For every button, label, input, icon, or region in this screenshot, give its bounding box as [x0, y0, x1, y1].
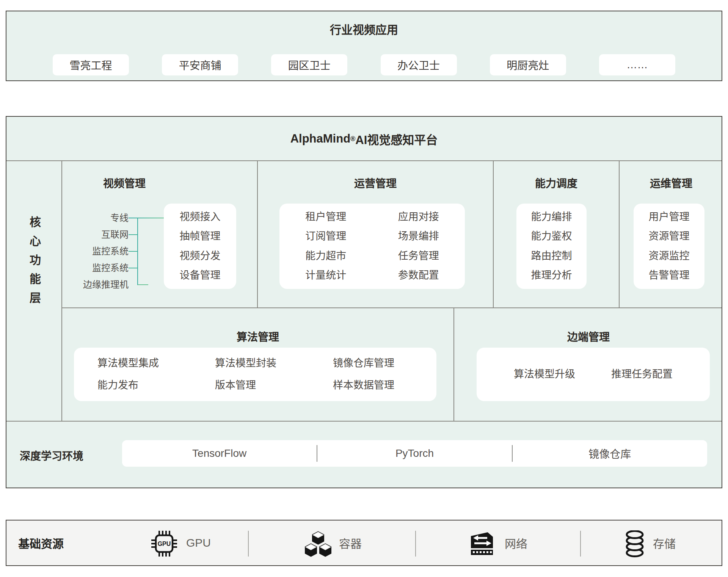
platform-title: AlphaMind® AI视觉感知平台 — [6, 117, 722, 161]
algorithm-col-2: 算法模型封装 版本管理 — [215, 348, 276, 401]
capability-scheduling-title: 能力调度 — [493, 177, 619, 191]
resource-label-storage: 存储 — [653, 521, 676, 565]
divider-row1-row2 — [61, 307, 722, 308]
connector-line — [129, 234, 138, 235]
resource-divider — [248, 531, 249, 557]
algorithm-col-3: 镜像仓库管理 样本数据管理 — [333, 348, 394, 401]
network-switch-icon — [469, 532, 495, 557]
edge-mgmt-card: 算法模型升级 推理任务配置 — [477, 348, 710, 401]
app-chip-ellipsis: …… — [599, 54, 675, 75]
scheduling-item: 能力鉴权 — [531, 230, 572, 243]
architecture-diagram: 行业视频应用 雪亮工程 平安商铺 园区卫士 办公卫士 明厨亮灶 …… Alpha… — [0, 0, 728, 577]
video-source-label: 监控系统 — [72, 246, 129, 257]
video-mgmt-card: 视频接入 抽帧管理 视频分发 设备管理 — [164, 204, 236, 289]
scheduling-item: 路由控制 — [531, 250, 572, 262]
maintenance-item: 资源管理 — [649, 230, 690, 243]
connector-line-stub — [138, 284, 148, 285]
maintenance-item: 用户管理 — [649, 211, 690, 223]
storage-database-icon — [623, 530, 647, 559]
divider-under-title — [6, 160, 722, 161]
platform-brand: AlphaMind — [290, 132, 350, 146]
video-mgmt-title: 视频管理 — [62, 177, 187, 191]
core-layer-label: 核心功能层 — [6, 161, 62, 421]
resource-label-gpu: GPU — [186, 521, 211, 565]
video-item: 视频分发 — [180, 250, 221, 262]
container-cubes-icon — [304, 530, 332, 559]
platform-title-suffix: AI视觉感知平台 — [355, 130, 438, 147]
video-item: 设备管理 — [180, 269, 221, 282]
app-chip-bangong: 办公卫士 — [381, 54, 457, 75]
operations-item: 场景编排 — [398, 230, 439, 243]
divider-row2-dlenv — [6, 421, 722, 422]
ops-maintenance-title: 运维管理 — [619, 177, 723, 191]
edge-mgmt-title: 边端管理 — [454, 330, 723, 345]
operations-col-1: 租户管理 订阅管理 能力超市 计量统计 — [279, 204, 372, 289]
maintenance-item: 资源监控 — [649, 250, 690, 262]
platform-panel: AlphaMind® AI视觉感知平台 核心功能层 视频管理 运营管理 能力调度… — [6, 116, 722, 488]
base-resources-panel: 基础资源 GPU GPU — [6, 520, 722, 566]
operations-col-2: 应用对接 场景编排 任务管理 参数配置 — [372, 204, 465, 289]
base-resources-label: 基础资源 — [18, 521, 64, 565]
industry-apps-row: 雪亮工程 平安商铺 园区卫士 办公卫士 明厨亮灶 …… — [6, 54, 722, 75]
algorithm-item: 镜像仓库管理 — [333, 357, 394, 370]
algorithm-col-1: 算法模型集成 能力发布 — [97, 348, 159, 401]
scheduling-item: 推理分析 — [531, 269, 572, 282]
operations-item: 参数配置 — [398, 269, 439, 282]
video-item: 视频接入 — [180, 211, 221, 223]
edge-item: 算法模型升级 — [514, 368, 575, 381]
edge-item: 推理任务配置 — [611, 368, 673, 381]
gpu-chip-icon: GPU — [151, 530, 178, 559]
connector-line — [129, 268, 138, 268]
algorithm-item: 算法模型集成 — [97, 357, 159, 370]
divider-algo-edge — [453, 308, 454, 421]
connector-line — [129, 251, 138, 252]
resource-label-container: 容器 — [339, 521, 362, 565]
dl-env-bar: TensorFlow PyTorch 镜像仓库 — [122, 440, 707, 467]
operations-item: 计量统计 — [305, 269, 346, 282]
dl-env-pytorch: PyTorch — [317, 447, 512, 459]
dl-env-registry: 镜像仓库 — [513, 446, 707, 461]
video-item: 抽帧管理 — [180, 230, 221, 243]
video-source-label: 互联网 — [72, 229, 129, 240]
video-source-label: 监控系统 — [72, 262, 129, 274]
app-chip-mingchu: 明厨亮灶 — [490, 54, 566, 75]
video-source-label: 边缘推理机 — [72, 279, 129, 290]
operations-item: 能力超市 — [305, 250, 346, 262]
svg-text:GPU: GPU — [158, 541, 171, 547]
industry-apps-panel: 行业视频应用 雪亮工程 平安商铺 园区卫士 办公卫士 明厨亮灶 …… — [6, 11, 722, 81]
maintenance-item: 告警管理 — [649, 269, 690, 282]
operations-item: 租户管理 — [305, 211, 346, 223]
algorithm-item: 算法模型封装 — [215, 357, 276, 370]
operations-item: 应用对接 — [398, 211, 439, 223]
dl-env-label: 深度学习环境 — [20, 421, 83, 489]
scheduling-item: 能力编排 — [531, 211, 572, 223]
algorithm-mgmt-title: 算法管理 — [62, 330, 454, 345]
connector-line-vertical — [137, 218, 138, 285]
connector-line-main — [129, 218, 164, 218]
algorithm-item: 能力发布 — [97, 379, 138, 392]
algorithm-mgmt-card: 算法模型集成 能力发布 算法模型封装 版本管理 镜像仓库管理 样本数据管理 — [74, 348, 436, 401]
operations-mgmt-title: 运营管理 — [257, 177, 493, 191]
algorithm-item: 样本数据管理 — [333, 379, 394, 392]
video-source-label: 专线 — [72, 212, 129, 224]
capability-scheduling-card: 能力编排 能力鉴权 路由控制 推理分析 — [516, 204, 587, 289]
industry-apps-title: 行业视频应用 — [6, 23, 722, 37]
operations-item: 任务管理 — [398, 250, 439, 262]
app-chip-pingan: 平安商铺 — [162, 54, 238, 75]
operations-mgmt-card: 租户管理 订阅管理 能力超市 计量统计 应用对接 场景编排 任务管理 参数配置 — [279, 204, 465, 289]
app-chip-xueliang: 雪亮工程 — [53, 54, 129, 75]
dl-env-tensorflow: TensorFlow — [122, 447, 317, 459]
resource-divider — [415, 531, 416, 557]
ops-maintenance-card: 用户管理 资源管理 资源监控 告警管理 — [634, 204, 704, 289]
operations-item: 订阅管理 — [305, 230, 346, 243]
resource-label-network: 网络 — [505, 521, 527, 565]
resource-divider — [580, 531, 581, 557]
algorithm-item: 版本管理 — [215, 379, 256, 392]
app-chip-yuanqu: 园区卫士 — [271, 54, 347, 75]
